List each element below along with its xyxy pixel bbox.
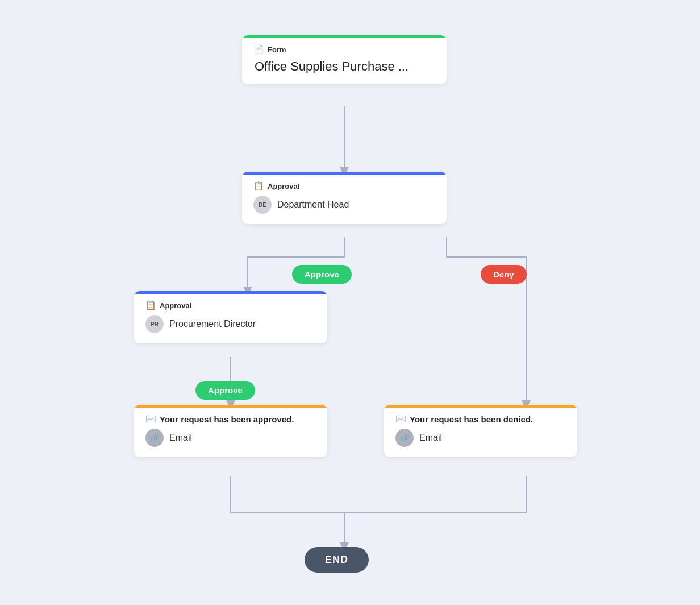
notif-denied-icon: ✉️: [395, 414, 406, 424]
workflow-diagram: 📄 Form Office Supplies Purchase ... 📋 Ap…: [94, 18, 606, 587]
approval1-user: DE Department Head: [253, 196, 435, 214]
approve2-badge: Approve: [195, 381, 255, 400]
approval1-node[interactable]: 📋 Approval DE Department Head: [242, 172, 447, 224]
notif-approved-node[interactable]: ✉️ Your request has been approved. 🔗 Ema…: [134, 405, 327, 457]
approval2-node[interactable]: 📋 Approval PR Procurement Director: [134, 291, 327, 343]
procurement-director-avatar: PR: [145, 315, 164, 333]
procurement-director-name: Procurement Director: [169, 319, 256, 329]
notif-denied-email: 🔗 Email: [395, 429, 566, 447]
deny-badge: Deny: [481, 265, 527, 284]
department-head-name: Department Head: [277, 200, 349, 210]
approval1-icon: 📋: [253, 181, 264, 191]
notif-denied-label: ✉️ Your request has been denied.: [395, 414, 566, 424]
approval2-label: 📋 Approval: [145, 300, 316, 310]
approval1-label: 📋 Approval: [253, 181, 435, 191]
notif-approved-icon: ✉️: [145, 414, 156, 424]
notif-approved-email-icon: 🔗: [145, 429, 164, 447]
approval2-icon: 📋: [145, 300, 156, 310]
notif-approved-label: ✉️ Your request has been approved.: [145, 414, 316, 424]
form-node[interactable]: 📄 Form Office Supplies Purchase ...: [242, 35, 447, 84]
notif-denied-node[interactable]: ✉️ Your request has been denied. 🔗 Email: [384, 405, 577, 457]
form-icon: 📄: [253, 44, 264, 55]
department-head-avatar: DE: [253, 196, 272, 214]
form-label: 📄 Form: [253, 44, 435, 55]
notif-denied-email-icon: 🔗: [395, 429, 414, 447]
approve1-badge: Approve: [292, 265, 352, 284]
approval2-user: PR Procurement Director: [145, 315, 316, 333]
notif-approved-email: 🔗 Email: [145, 429, 316, 447]
end-node: END: [305, 547, 369, 573]
form-title: Office Supplies Purchase ...: [255, 59, 435, 74]
